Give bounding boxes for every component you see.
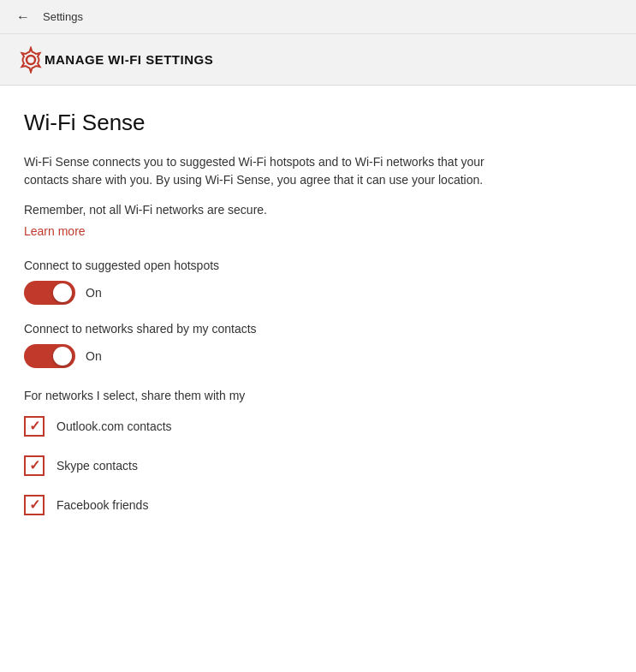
checkbox-outlook-row[interactable]: ✓ Outlook.com contacts: [24, 416, 612, 437]
section-title: Wi-Fi Sense: [24, 110, 612, 136]
toggle-hotspots-label: Connect to suggested open hotspots: [24, 259, 612, 272]
share-section: For networks I select, share them with m…: [24, 389, 612, 515]
svg-point-0: [27, 56, 35, 64]
toggle-hotspots-state: On: [86, 286, 102, 300]
top-bar: ← Settings: [0, 0, 636, 34]
toggle-hotspots-switch[interactable]: [24, 281, 75, 305]
checkbox-facebook-label: Facebook friends: [56, 498, 148, 512]
checkbox-outlook-label: Outlook.com contacts: [56, 419, 172, 433]
checkbox-skype-row[interactable]: ✓ Skype contacts: [24, 455, 612, 476]
main-content: Wi-Fi Sense Wi-Fi Sense connects you to …: [0, 86, 636, 558]
toggle-thumb: [53, 347, 72, 366]
toggle-contacts-section: Connect to networks shared by my contact…: [24, 322, 612, 368]
checkbox-skype-label: Skype contacts: [56, 459, 138, 473]
remember-text: Remember, not all Wi-Fi networks are sec…: [24, 203, 612, 217]
toggle-hotspots-row: On: [24, 281, 612, 305]
share-label: For networks I select, share them with m…: [24, 389, 612, 402]
checkmark-outlook: ✓: [29, 419, 40, 433]
checkbox-outlook[interactable]: ✓: [24, 416, 45, 437]
back-icon: ←: [16, 9, 30, 25]
toggle-contacts-state: On: [86, 349, 102, 363]
learn-more-link[interactable]: Learn more: [24, 224, 86, 238]
gear-icon: [17, 46, 45, 74]
checkmark-skype: ✓: [29, 459, 40, 473]
toggle-hotspots-section: Connect to suggested open hotspots On: [24, 259, 612, 305]
checkmark-facebook: ✓: [29, 498, 40, 512]
page-header: MANAGE WI-FI SETTINGS: [0, 34, 636, 86]
checkbox-facebook-row[interactable]: ✓ Facebook friends: [24, 495, 612, 515]
description-text: Wi-Fi Sense connects you to suggested Wi…: [24, 153, 520, 189]
checkbox-skype[interactable]: ✓: [24, 455, 45, 476]
topbar-title: Settings: [43, 10, 83, 23]
checkbox-facebook[interactable]: ✓: [24, 495, 45, 515]
back-button[interactable]: ←: [10, 4, 36, 30]
toggle-contacts-label: Connect to networks shared by my contact…: [24, 322, 612, 336]
toggle-thumb: [53, 283, 72, 302]
header-title: MANAGE WI-FI SETTINGS: [45, 52, 213, 67]
toggle-contacts-row: On: [24, 344, 612, 368]
toggle-contacts-switch[interactable]: [24, 344, 75, 368]
